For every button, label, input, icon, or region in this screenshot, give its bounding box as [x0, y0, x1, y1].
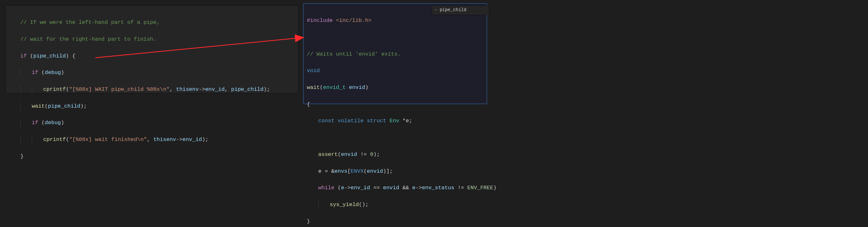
code-line: { — [307, 100, 484, 108]
right-code-pane[interactable]: #include <inc/lib.h> // Waits until 'env… — [303, 3, 487, 104]
code-line: wait(envid_t envid) — [307, 84, 484, 92]
code-line: assert(envid != 0); — [307, 151, 484, 159]
code-line: } — [9, 152, 295, 161]
breadcrumb-label: pipe_child — [439, 7, 466, 14]
code-line: // Waits until 'envid' exits. — [307, 50, 484, 58]
code-line: // wait for the right-hand part to finis… — [9, 35, 295, 43]
code-line: if (pipe_child) { — [9, 52, 295, 60]
breadcrumb[interactable]: › pipe_child — [432, 6, 489, 14]
code-line: e = &envs[ENVX(envid)]; — [307, 167, 484, 175]
code-line: // If we were the left-hand part of a pi… — [9, 19, 295, 27]
code-line: void — [307, 67, 484, 75]
left-code-pane[interactable]: // If we were the left-hand part of a pi… — [6, 6, 298, 93]
code-line: cprintf("[%08x] WAIT pipe_child %08x\n",… — [9, 86, 295, 94]
code-line: #include <inc/lib.h> — [307, 17, 484, 25]
code-line: if (debug) — [9, 119, 295, 127]
code-line: } — [307, 218, 484, 226]
code-blank-line — [307, 33, 484, 41]
code-blank-line — [307, 134, 484, 142]
chevron-right-icon: › — [434, 7, 437, 14]
code-line: while (e->env_id == envid && e->env_stat… — [307, 184, 484, 192]
code-line: cprintf("[%08x] wait finished\n", thisen… — [9, 136, 295, 144]
code-line: const volatile struct Env *e; — [307, 117, 484, 125]
code-line: sys_yield(); — [307, 201, 484, 209]
code-line: wait(pipe_child); — [9, 102, 295, 110]
code-line: if (debug) — [9, 69, 295, 77]
